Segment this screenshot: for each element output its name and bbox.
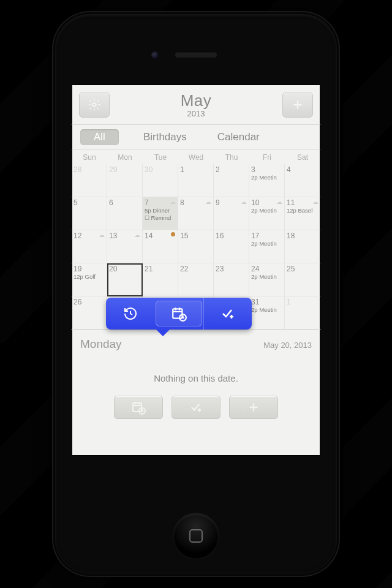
day-cell[interactable]: 9☁ bbox=[214, 197, 249, 230]
detail-schedule-button[interactable] bbox=[114, 396, 163, 419]
day-cell[interactable]: 1 bbox=[285, 296, 320, 330]
event-label: 2p Meetin bbox=[251, 273, 282, 281]
phone-speaker bbox=[175, 51, 217, 58]
header-title: May 2013 bbox=[110, 91, 282, 118]
event-label: 12p Basel bbox=[287, 207, 318, 214]
day-cell-selected[interactable]: 20 bbox=[107, 263, 143, 296]
tab-birthdays[interactable]: Birthdays bbox=[137, 129, 193, 145]
day-cell[interactable]: 2 bbox=[214, 164, 249, 197]
day-cell[interactable]: 26 bbox=[72, 296, 107, 330]
filter-tabs: All Birthdays Calendar bbox=[72, 125, 320, 149]
detail-add-button[interactable] bbox=[229, 396, 278, 419]
day-cell[interactable]: 28 bbox=[72, 164, 107, 197]
day-cell[interactable]: 22 bbox=[178, 263, 214, 296]
day-cell[interactable]: 7☁5p DinnerRemind bbox=[143, 197, 178, 230]
popup-task-button[interactable] bbox=[203, 298, 252, 330]
tab-all[interactable]: All bbox=[80, 129, 119, 145]
calendar-clock-icon bbox=[131, 400, 146, 415]
phone-camera bbox=[151, 51, 159, 59]
plus-icon bbox=[247, 401, 260, 414]
month-label: May bbox=[110, 91, 282, 110]
cloud-icon: ☁ bbox=[99, 232, 105, 238]
check-plus-icon bbox=[221, 306, 235, 321]
day-cell[interactable]: 14 bbox=[143, 230, 178, 263]
action-popup bbox=[106, 298, 252, 330]
plus-icon bbox=[291, 98, 304, 111]
day-cell[interactable]: 1912p Golf bbox=[72, 263, 107, 296]
detail-task-button[interactable] bbox=[172, 396, 221, 419]
day-cell[interactable]: 12☁ bbox=[72, 230, 107, 263]
event-label: 2p Meetin bbox=[251, 207, 282, 214]
calendar-grid: 28 29 30 1 2 32p Meetin 4 5 6 7☁5p Dinne… bbox=[72, 164, 320, 330]
home-square-icon bbox=[189, 529, 203, 543]
day-cell[interactable]: 4 bbox=[285, 164, 320, 197]
cloud-icon: ☁ bbox=[170, 198, 176, 205]
weekday-label: Sat bbox=[285, 153, 320, 162]
svg-rect-3 bbox=[133, 403, 141, 412]
weekday-label: Tue bbox=[143, 153, 178, 162]
year-label: 2013 bbox=[110, 109, 282, 118]
popup-history-button[interactable] bbox=[106, 298, 154, 330]
event-label: 2p Meetin bbox=[251, 240, 282, 247]
detail-header: Monday May 20, 2013 bbox=[72, 330, 320, 355]
event-label: 2p Meetin bbox=[251, 174, 282, 181]
weekday-label: Sun bbox=[72, 153, 107, 162]
home-button[interactable] bbox=[173, 513, 219, 559]
day-cell[interactable]: 15 bbox=[178, 230, 214, 263]
gear-icon bbox=[88, 98, 101, 111]
svg-point-0 bbox=[92, 103, 96, 107]
day-cell[interactable]: 6 bbox=[107, 197, 143, 230]
weekday-row: Sun Mon Tue Wed Thu Fri Sat bbox=[72, 149, 320, 164]
add-button[interactable] bbox=[282, 92, 313, 118]
detail-empty-text: Nothing on this date. bbox=[72, 355, 320, 392]
header-bar: May 2013 bbox=[72, 85, 320, 125]
day-cell[interactable]: 25 bbox=[285, 263, 320, 296]
calendar-clock-icon bbox=[171, 306, 187, 322]
weekday-label: Thu bbox=[214, 153, 249, 162]
detail-date: May 20, 2013 bbox=[263, 341, 312, 350]
day-cell[interactable]: 16 bbox=[214, 230, 249, 263]
svg-rect-1 bbox=[173, 309, 182, 318]
event-label: 2p Meetin bbox=[251, 306, 282, 314]
cloud-icon: ☁ bbox=[312, 198, 318, 205]
tab-calendar[interactable]: Calendar bbox=[211, 129, 266, 145]
sun-icon bbox=[171, 232, 175, 236]
day-cell[interactable]: 10☁2p Meetin bbox=[249, 197, 285, 230]
event-label: Remind bbox=[145, 214, 176, 222]
day-cell[interactable]: 13☁ bbox=[107, 230, 143, 263]
phone-frame: May 2013 All Birthdays Calendar Sun Mon … bbox=[53, 12, 339, 576]
detail-weekday: Monday bbox=[80, 337, 122, 351]
day-cell[interactable]: 32p Meetin bbox=[249, 164, 285, 197]
event-label: 5p Dinner bbox=[145, 207, 176, 214]
day-cell[interactable]: 5 bbox=[72, 197, 107, 230]
day-cell[interactable]: 1 bbox=[178, 164, 214, 197]
history-icon bbox=[123, 306, 138, 321]
settings-button[interactable] bbox=[79, 92, 110, 118]
detail-actions bbox=[72, 392, 320, 430]
cloud-icon: ☁ bbox=[205, 198, 211, 205]
event-label: 12p Golf bbox=[74, 273, 105, 281]
day-cell[interactable]: 29 bbox=[107, 164, 143, 197]
cloud-icon: ☁ bbox=[241, 198, 247, 205]
day-cell[interactable]: 172p Meetin bbox=[249, 230, 285, 263]
app-screen: May 2013 All Birthdays Calendar Sun Mon … bbox=[72, 85, 320, 456]
day-cell[interactable]: 242p Meetin bbox=[249, 263, 285, 296]
cloud-icon: ☁ bbox=[276, 198, 282, 205]
weekday-label: Mon bbox=[107, 153, 143, 162]
day-cell[interactable]: 312p Meetin bbox=[249, 296, 285, 330]
popup-schedule-button[interactable] bbox=[156, 301, 202, 326]
weekday-label: Fri bbox=[249, 153, 285, 162]
cloud-icon: ☁ bbox=[134, 232, 140, 238]
weekday-label: Wed bbox=[178, 153, 214, 162]
day-cell[interactable]: 21 bbox=[143, 263, 178, 296]
day-cell[interactable]: 11☁12p Basel bbox=[285, 197, 320, 230]
check-plus-icon bbox=[189, 401, 203, 414]
day-cell[interactable]: 30 bbox=[143, 164, 178, 197]
day-cell[interactable]: 18 bbox=[285, 230, 320, 263]
day-cell[interactable]: 8☁ bbox=[178, 197, 214, 230]
day-cell[interactable]: 23 bbox=[214, 263, 249, 296]
